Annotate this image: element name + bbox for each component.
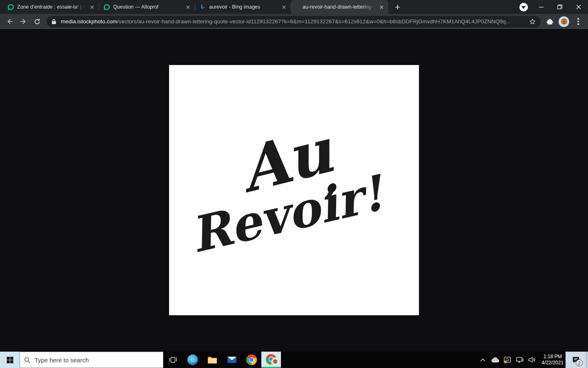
chrome-icon — [246, 355, 257, 365]
mail-icon — [227, 355, 237, 365]
forward-button[interactable] — [17, 16, 29, 28]
onedrive-cloud-icon[interactable] — [491, 355, 499, 365]
system-tray: 1:18 PM 4/22/2021 — [479, 352, 564, 368]
clock-time: 1:18 PM — [542, 354, 564, 360]
show-desktop-button[interactable] — [586, 352, 588, 368]
chrome-taskbar-button[interactable] — [242, 352, 261, 368]
tab-close-icon[interactable] — [88, 3, 96, 11]
tab-question-alloprof[interactable]: Question — Alloprof — [99, 0, 195, 14]
task-view-icon — [169, 355, 178, 364]
tab-title: Question — Alloprof — [113, 4, 183, 10]
windows-logo-icon — [7, 357, 13, 364]
edge-taskbar-button[interactable] — [183, 352, 203, 368]
restore-button[interactable] — [550, 0, 569, 14]
search-input[interactable] — [35, 357, 159, 364]
url-path: /vectors/au-revoir-hand-drawn-lettering-… — [117, 18, 526, 25]
tab-title: Zone d’entraide : essaie-la! | Allop — [17, 4, 87, 10]
tab-istockphoto-active[interactable]: au-revoir-hand-drawn-lettering-q — [291, 0, 388, 14]
tab-title: au-revoir-hand-drawn-lettering-q — [303, 4, 376, 10]
clock-date: 4/22/2021 — [542, 360, 564, 366]
tab-close-icon[interactable] — [378, 3, 385, 11]
bookmark-star-icon[interactable] — [529, 18, 537, 25]
windows-update-icon[interactable] — [503, 355, 512, 365]
browser-toolbar: media.istockphoto.com /vectors/au-revoir… — [0, 14, 588, 29]
file-explorer-button[interactable] — [203, 352, 222, 368]
action-center-button[interactable]: 2 — [566, 352, 586, 368]
alloprof-icon — [7, 4, 14, 10]
start-button[interactable] — [0, 352, 20, 368]
page-content: Au , Revoir! — [0, 30, 588, 352]
minimize-button[interactable] — [532, 0, 550, 14]
reload-button[interactable] — [31, 16, 43, 28]
tab-close-icon[interactable] — [280, 3, 287, 11]
extensions-icon[interactable] — [544, 16, 556, 28]
tab-strip: Zone d’entraide : essaie-la! | Allop Que… — [0, 0, 403, 14]
edge-icon — [187, 355, 198, 365]
chevron-down-icon — [519, 3, 528, 11]
tab-title: aurevoir - Bing images — [209, 4, 278, 10]
profile-avatar-basketball[interactable] — [559, 16, 569, 27]
tab-search-button[interactable] — [515, 0, 532, 14]
mail-button[interactable] — [222, 352, 242, 368]
network-ethernet-icon[interactable] — [516, 355, 524, 365]
basketball-profile-badge — [272, 358, 278, 365]
bing-icon — [199, 4, 206, 10]
chrome-active-taskbar-button[interactable] — [261, 352, 281, 368]
browser-titlebar: Zone d’entraide : essaie-la! | Allop Que… — [0, 0, 588, 14]
notification-count-badge: 2 — [576, 359, 583, 366]
task-view-button[interactable] — [163, 352, 183, 368]
address-bar[interactable]: media.istockphoto.com /vectors/au-revoir… — [47, 16, 541, 27]
search-icon — [24, 357, 31, 364]
url-domain: media.istockphoto.com — [61, 18, 117, 25]
au-revoir-lettering-svg: Au , Revoir! — [169, 65, 419, 315]
window-controls — [515, 0, 588, 14]
desktop-screen: Zone d’entraide : essaie-la! | Allop Que… — [0, 0, 588, 368]
back-button[interactable] — [3, 16, 16, 28]
alloprof-icon — [103, 4, 110, 10]
tab-close-icon[interactable] — [184, 3, 192, 11]
au-revoir-lettering-image: Au , Revoir! — [169, 65, 419, 315]
new-tab-button[interactable] — [392, 1, 403, 13]
volume-icon[interactable] — [528, 355, 536, 365]
close-window-button[interactable] — [569, 0, 588, 14]
file-explorer-icon — [207, 355, 218, 365]
tab-bing-images[interactable]: aurevoir - Bing images — [195, 0, 291, 14]
tab-zone-entraide[interactable]: Zone d’entraide : essaie-la! | Allop — [3, 0, 99, 14]
taskbar-search[interactable] — [20, 352, 163, 368]
lock-icon — [51, 19, 57, 25]
browser-menu-icon[interactable] — [572, 16, 584, 27]
hidden-icons-chevron[interactable] — [479, 355, 487, 365]
taskbar-clock[interactable]: 1:18 PM 4/22/2021 — [542, 354, 564, 366]
